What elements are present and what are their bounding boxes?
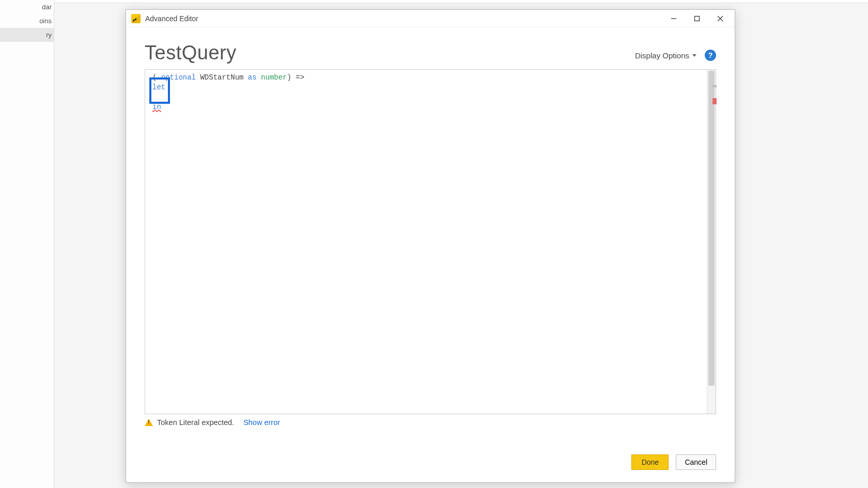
help-icon[interactable]: ? xyxy=(705,50,716,61)
advanced-editor-dialog: Advanced Editor TestQuery Display Option… xyxy=(126,9,735,483)
code-keyword: as xyxy=(248,73,257,82)
code-keyword: optional xyxy=(161,73,196,82)
display-options-label: Display Options xyxy=(635,51,689,60)
maximize-button[interactable] xyxy=(685,11,708,26)
chevron-down-icon xyxy=(692,54,696,57)
scrollbar-thumb[interactable] xyxy=(708,71,715,386)
warning-icon xyxy=(145,418,153,427)
app-icon xyxy=(131,14,141,23)
vertical-scrollbar[interactable] xyxy=(707,70,716,414)
display-options-group: Display Options ? xyxy=(635,50,716,64)
status-bar: Token Literal expected. Show error xyxy=(145,418,716,427)
close-button[interactable] xyxy=(708,11,732,26)
code-token: ) => xyxy=(287,73,305,82)
code-keyword-in: in xyxy=(152,103,161,111)
code-token xyxy=(257,73,261,82)
header-row: TestQuery Display Options ? xyxy=(126,27,735,69)
bg-query-item[interactable]: oins xyxy=(0,14,54,28)
code-type: number xyxy=(261,73,287,82)
svg-rect-1 xyxy=(694,16,699,21)
error-marker xyxy=(712,98,717,104)
cancel-button[interactable]: Cancel xyxy=(676,454,716,470)
dialog-footer: Done Cancel xyxy=(126,440,735,482)
query-name: TestQuery xyxy=(145,42,237,64)
background-query-pane: dar oins ry xyxy=(0,0,54,488)
code-textarea[interactable]: ( optional WDStartNum as number) => let … xyxy=(145,70,707,414)
code-keyword-let: let xyxy=(152,83,165,91)
bg-query-item-selected[interactable]: ry xyxy=(0,28,54,42)
display-options-dropdown[interactable]: Display Options xyxy=(635,51,696,60)
window-title: Advanced Editor xyxy=(145,14,198,23)
titlebar: Advanced Editor xyxy=(126,10,735,27)
overview-marker xyxy=(712,85,717,87)
minimize-button[interactable] xyxy=(662,11,685,26)
background-toolbar xyxy=(0,0,868,3)
show-error-link[interactable]: Show error xyxy=(243,418,280,427)
bg-query-item[interactable]: dar xyxy=(0,0,54,14)
done-button[interactable]: Done xyxy=(631,454,669,470)
status-message: Token Literal expected. xyxy=(157,418,234,427)
code-token: WDStartNum xyxy=(196,73,248,82)
code-editor[interactable]: ( optional WDStartNum as number) => let … xyxy=(145,69,716,414)
code-token: ( xyxy=(152,73,161,82)
